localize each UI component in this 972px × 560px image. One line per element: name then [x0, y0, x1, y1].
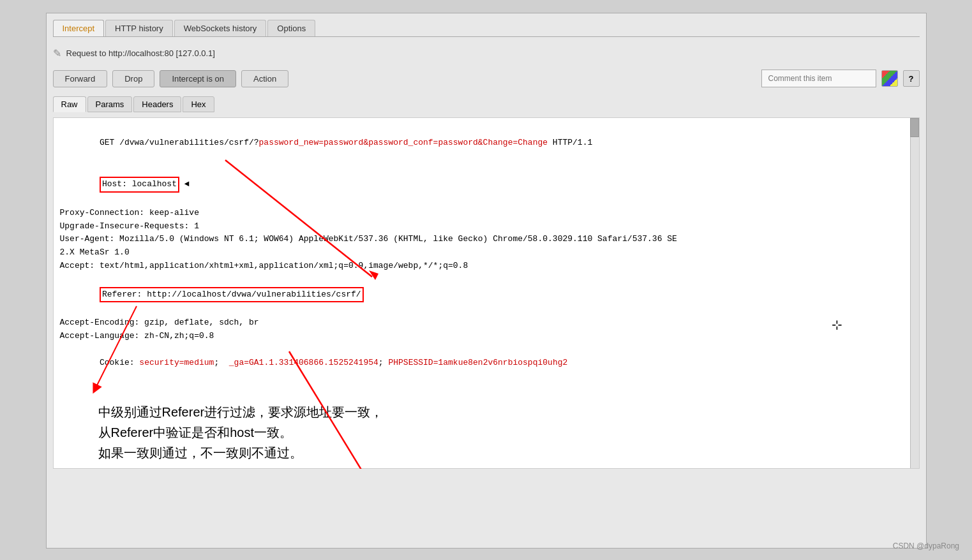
pencil-icon: ✎ [53, 47, 61, 59]
cursor-icon: ⊹ [832, 316, 842, 336]
intercept-button[interactable]: Intercept is on [160, 70, 236, 87]
request-line-11: Cookie: security=medium; _ga=GA1.1.33140… [60, 343, 913, 383]
sub-tab-bar: Raw Params Headers Hex [53, 96, 920, 112]
line1-part2: password_new=password&password_conf=pass… [259, 138, 548, 147]
request-info-bar: ✎ Request to http://localhost:80 [127.0.… [53, 45, 920, 62]
annotation-area: 中级别通过Referer进行过滤，要求源地址要一致， 从Referer中验证是否… [98, 402, 913, 463]
annotation-line3: 如果一致则通过，不一致则不通过。 [98, 443, 913, 463]
request-line-5: User-Agent: Mozilla/5.0 (Windows NT 6.1;… [60, 233, 913, 246]
annotation-line1: 中级别通过Referer进行过滤，要求源地址要一致， [98, 402, 913, 422]
request-line-3: Proxy-Connection: keep-alive [60, 207, 913, 220]
tab-options[interactable]: Options [267, 20, 315, 36]
request-line-10: Accept-Language: zh-CN,zh;q=0.8 [60, 330, 913, 343]
line1-part1: GET /dvwa/vulnerabilities/csrf/? [100, 138, 259, 147]
tab-websockets-history[interactable]: WebSockets history [174, 20, 267, 36]
request-line-9: Accept-Encoding: gzip, deflate, sdch, br [60, 316, 913, 330]
help-button[interactable]: ? [903, 70, 920, 87]
sub-tab-headers[interactable]: Headers [133, 96, 181, 112]
main-window: Intercept HTTP history WebSockets histor… [46, 13, 927, 549]
line1-part3: HTTP/1.1 [548, 138, 592, 147]
request-line-7: Accept: text/html,application/xhtml+xml,… [60, 260, 913, 273]
csdn-watermark: CSDN @dypaRong [893, 542, 959, 550]
request-line-8: Referer: http://localhost/dvwa/vulnerabi… [60, 273, 913, 316]
arrow-indicator-space: ◄ [179, 179, 190, 189]
sub-tab-raw[interactable]: Raw [53, 96, 86, 112]
request-url: Request to http://localhost:80 [127.0.0.… [66, 48, 215, 58]
request-line-2: Host: localhost ◄ [60, 163, 913, 206]
request-line-1: GET /dvwa/vulnerabilities/csrf/?password… [60, 123, 913, 163]
tab-intercept[interactable]: Intercept [53, 20, 105, 36]
tab-http-history[interactable]: HTTP history [105, 20, 173, 36]
toolbar: Forward Drop Intercept is on Action ? [53, 70, 920, 87]
tab-bar: Intercept HTTP history WebSockets histor… [53, 20, 920, 37]
sub-tab-hex[interactable]: Hex [183, 96, 214, 112]
scrollbar[interactable] [910, 118, 919, 468]
color-squares-icon[interactable] [881, 70, 898, 87]
request-line-4: Upgrade-Insecure-Requests: 1 [60, 220, 913, 233]
annotation-text: 中级别通过Referer进行过滤，要求源地址要一致， 从Referer中验证是否… [98, 402, 913, 463]
request-content[interactable]: GET /dvwa/vulnerabilities/csrf/?password… [53, 117, 920, 469]
request-line-6: 2.X MetaSr 1.0 [60, 246, 913, 260]
host-highlight: Host: localhost [100, 177, 179, 193]
comment-input[interactable] [761, 70, 876, 87]
annotation-line2: 从Referer中验证是否和host一致。 [98, 422, 913, 443]
referer-highlight: Referer: http://localhost/dvwa/vulnerabi… [100, 287, 364, 303]
forward-button[interactable]: Forward [53, 70, 108, 87]
drop-button[interactable]: Drop [112, 70, 154, 87]
action-button[interactable]: Action [241, 70, 288, 87]
sub-tab-params[interactable]: Params [87, 96, 133, 112]
request-content-wrapper: GET /dvwa/vulnerabilities/csrf/?password… [53, 117, 920, 469]
scrollbar-thumb[interactable] [910, 118, 919, 137]
